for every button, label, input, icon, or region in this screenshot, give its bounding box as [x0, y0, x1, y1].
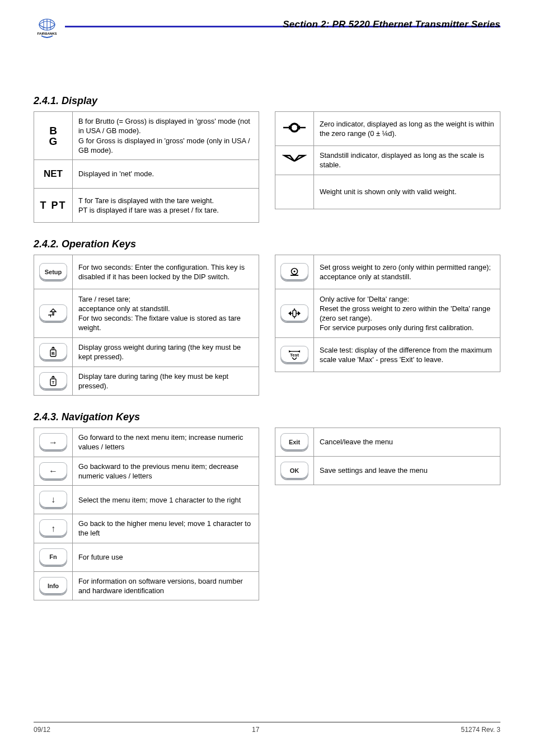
symbol-tpt: T PT	[34, 189, 73, 223]
desc: Displayed in 'net' mode.	[73, 160, 259, 189]
svg-text:FAIRBANKS: FAIRBANKS	[37, 32, 57, 35]
info-label: Info	[48, 582, 59, 590]
svg-text:B: B	[51, 351, 55, 356]
table-row: ← Go backward to the previous menu item;…	[34, 457, 259, 486]
table-row: BG B for Brutto (= Gross) is displayed i…	[34, 112, 259, 160]
ok-label: OK	[290, 467, 299, 475]
footer-left: 09/12	[34, 726, 50, 734]
subsection-title-opkeys: 2.4.2. Operation Keys	[34, 238, 500, 250]
content: 2.4.1. Display BG B for Brutto (= Gross)…	[34, 95, 500, 600]
t-key-icon: T	[34, 367, 73, 396]
desc: For two seconds: Enter the configuration…	[73, 255, 259, 289]
desc: Standstill indicator, displayed as long …	[314, 146, 500, 175]
table-row: Set gross weight to zero (only within pe…	[275, 255, 500, 289]
desc: Scale test: display of the difference fr…	[314, 338, 500, 372]
desc: Zero indicator, displayed as long as the…	[314, 112, 500, 146]
svg-rect-25	[293, 310, 296, 317]
navkeys-right-table: Exit Cancel/leave the menu OK Save setti…	[275, 428, 500, 485]
ok-key-icon: OK	[275, 457, 314, 485]
exit-label: Exit	[289, 438, 300, 447]
svg-marker-10	[284, 156, 294, 161]
section-title: Section 2: PR 5220 Ethernet Transmitter …	[283, 19, 500, 30]
desc: Go back to the higher menu level; move 1…	[73, 514, 259, 543]
svg-text:T: T	[52, 380, 55, 385]
display-right-table: Zero indicator, displayed as long as the…	[275, 111, 500, 209]
desc: For future use	[73, 543, 259, 571]
desc: Set gross weight to zero (only within pe…	[314, 255, 500, 289]
table-row: Zero indicator, displayed as long as the…	[275, 112, 500, 146]
table-row: Weight unit is shown only with valid wei…	[275, 175, 500, 209]
opkeys-right-table: Set gross weight to zero (only within pe…	[275, 255, 500, 372]
desc: T for Tare is displayed with the tare we…	[73, 189, 259, 223]
table-row: Exit Cancel/leave the menu	[275, 428, 500, 457]
arrow-right-icon: →	[34, 428, 73, 457]
display-left-table: BG B for Brutto (= Gross) is displayed i…	[34, 111, 259, 223]
table-row: Test Scale test: display of the differen…	[275, 338, 500, 372]
info-key-icon: Info	[34, 571, 73, 600]
standstill-icon	[275, 146, 314, 175]
arrow-up-icon: ↑	[34, 514, 73, 543]
symbol-net: NET	[34, 160, 73, 189]
desc: Display gross weight during taring (the …	[73, 338, 259, 367]
tare-key-icon: T	[34, 289, 73, 338]
table-row: B Display gross weight during taring (th…	[34, 338, 259, 367]
table-row: ↓ Select the menu item; move 1 character…	[34, 486, 259, 514]
opkeys-columns: Setup For two seconds: Enter the configu…	[34, 255, 500, 396]
b-key-icon: B	[34, 338, 73, 367]
table-row: Setup For two seconds: Enter the configu…	[34, 255, 259, 289]
table-row: Info For information on software version…	[34, 571, 259, 600]
display-columns: BG B for Brutto (= Gross) is displayed i…	[34, 111, 500, 223]
fn-key-icon: Fn	[34, 543, 73, 571]
zero-key-icon	[275, 255, 314, 289]
desc: Go backward to the previous menu item; d…	[73, 457, 259, 486]
opkeys-left-table: Setup For two seconds: Enter the configu…	[34, 255, 259, 396]
document-page: FAIRBANKS Section 2: PR 5220 Ethernet Tr…	[0, 0, 534, 756]
table-row: T Display tare during taring (the key mu…	[34, 367, 259, 396]
table-row: Only active for 'Delta' range: Reset the…	[275, 289, 500, 338]
fn-label: Fn	[49, 553, 57, 561]
navkeys-columns: → Go forward to the next menu item; incr…	[34, 428, 500, 600]
svg-text:T: T	[49, 313, 52, 318]
table-row: → Go forward to the next menu item; incr…	[34, 428, 259, 457]
fairbanks-logo: FAIRBANKS	[34, 17, 60, 39]
table-row: ↑ Go back to the higher menu level; move…	[34, 514, 259, 543]
desc: Tare / reset tare; acceptance only at st…	[73, 289, 259, 338]
table-row: OK Save settings and leave the menu	[275, 457, 500, 485]
table-row: Standstill indicator, displayed as long …	[275, 146, 500, 175]
desc: Save settings and leave the menu	[314, 457, 500, 485]
page-footer: 09/12 17 51274 Rev. 3	[34, 722, 500, 734]
svg-marker-29	[298, 311, 301, 316]
desc: Only active for 'Delta' range: Reset the…	[314, 289, 500, 338]
desc: Weight unit is shown only with valid wei…	[314, 175, 500, 209]
arrow-left-icon: ←	[34, 457, 73, 486]
zeroset-key-icon	[275, 289, 314, 338]
svg-marker-11	[294, 156, 305, 161]
table-row: Fn For future use	[34, 543, 259, 571]
desc: Select the menu item; move 1 character t…	[73, 486, 259, 514]
svg-text:Test: Test	[290, 353, 299, 358]
desc: B for Brutto (= Gross) is displayed in '…	[73, 112, 259, 160]
navkeys-left-table: → Go forward to the next menu item; incr…	[34, 428, 259, 600]
desc: For information on software versions, bo…	[73, 571, 259, 600]
footer-right: 51274 Rev. 3	[461, 726, 500, 734]
desc: Display tare during taring (the key must…	[73, 367, 259, 396]
table-row: NET Displayed in 'net' mode.	[34, 160, 259, 189]
zero-range-icon	[275, 112, 314, 146]
test-key-icon: Test	[275, 338, 314, 372]
svg-point-21	[293, 270, 295, 272]
subsection-title-navkeys: 2.4.3. Navigation Keys	[34, 411, 500, 423]
table-row: T PT T for Tare is displayed with the ta…	[34, 189, 259, 223]
svg-marker-23	[288, 311, 291, 316]
unit-cell	[275, 175, 314, 209]
symbol-bg: BG	[34, 112, 73, 160]
desc: Cancel/leave the menu	[314, 428, 500, 457]
footer-center: 17	[252, 726, 259, 734]
table-row: T Tare / reset tare; acceptance only at …	[34, 289, 259, 338]
subsection-title-display: 2.4.1. Display	[34, 95, 500, 107]
desc: Go forward to the next menu item; increa…	[73, 428, 259, 457]
exit-key-icon: Exit	[275, 428, 314, 457]
arrow-down-icon: ↓	[34, 486, 73, 514]
setup-key-icon: Setup	[34, 255, 73, 289]
